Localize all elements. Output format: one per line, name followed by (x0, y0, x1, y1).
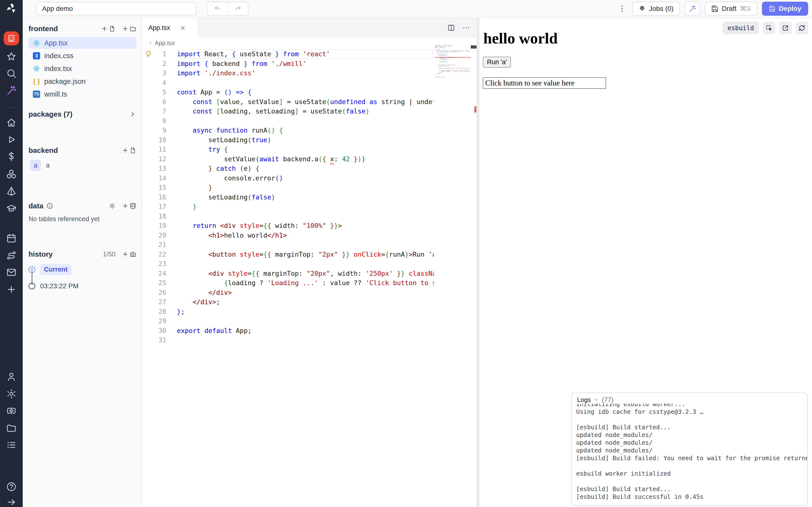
code-line-18[interactable]: 18 (142, 212, 434, 221)
backend-item-a[interactable]: a a (29, 160, 136, 171)
add-snapshot-button[interactable] (122, 251, 136, 258)
code-line-4[interactable]: 4 (142, 78, 434, 88)
ai-wand-icon[interactable] (6, 85, 17, 96)
help-icon[interactable] (6, 482, 17, 492)
file-item-index-css[interactable]: 3index.css (29, 50, 136, 62)
code-line-22[interactable]: 22 <button style={{ marginTop: "2px" }} … (142, 249, 434, 259)
code-line-14[interactable]: 14 console.error() (142, 173, 434, 183)
file-item-index-tsx[interactable]: index.tsx (29, 63, 136, 74)
code-line-6[interactable]: 6 const [value, setValue] = useState(und… (142, 97, 434, 107)
code-line-24[interactable]: 24 <div style={{ marginTop: "20px", widt… (142, 269, 434, 278)
plus-icon (122, 147, 129, 154)
code-line-3[interactable]: 3import './index.css' (142, 68, 434, 78)
code-line-17[interactable]: 17 } (142, 202, 434, 212)
learn-graduation-cap-icon[interactable] (6, 203, 17, 214)
logs-scroll-area[interactable]: Initializing esbuild worker...Using idb … (572, 404, 807, 505)
settings-gear-icon[interactable] (6, 388, 17, 399)
code-line-10[interactable]: 10 setLoading(true) (142, 135, 434, 145)
redo-button[interactable] (227, 2, 248, 15)
code-line-2[interactable]: 2import { backend } from './wmill' (142, 59, 434, 68)
code-line-27[interactable]: 27 </div>; (142, 297, 434, 307)
split-editor-icon[interactable] (447, 24, 455, 32)
code-line-9[interactable]: 9 async function runA() { (142, 125, 434, 135)
code-line-31[interactable]: 31 (142, 335, 434, 345)
building-icon (7, 34, 16, 43)
user-icon[interactable] (6, 371, 17, 382)
log-line: updated node_modules/ (576, 439, 807, 447)
jobs-button[interactable]: Jobs (0) (632, 2, 680, 16)
code-area[interactable]: 1import React, { useState } from 'react'… (142, 48, 476, 507)
file-item-App-tsx[interactable]: App.tsx (29, 37, 136, 49)
variables-dollar-icon[interactable] (6, 151, 17, 162)
code-line-15[interactable]: 15 } (142, 183, 434, 192)
close-tab-icon[interactable] (180, 25, 186, 31)
add-plus-icon[interactable] (6, 284, 17, 295)
code-line-11[interactable]: 11 try { (142, 145, 434, 154)
minimap[interactable]: import React, { useState } from 'react'i… (435, 45, 471, 79)
file-item-package-json[interactable]: { }package.json (29, 75, 136, 87)
code-line-8[interactable]: 8 (142, 116, 434, 126)
schedules-calendar-icon[interactable] (6, 233, 17, 243)
code-line-25[interactable]: 25 {loading ? 'Loading ...' : value ?? '… (142, 278, 434, 288)
favorites-star-icon[interactable] (6, 51, 17, 62)
windmill-logo-icon[interactable] (6, 3, 17, 14)
draft-button[interactable]: Draft ⌘S (705, 2, 757, 16)
camera-icon (130, 251, 136, 258)
history-entry-current[interactable]: Current (29, 264, 136, 275)
code-line-30[interactable]: 30export default App; (142, 326, 434, 336)
app-name-input[interactable] (36, 2, 196, 15)
code-line-19[interactable]: 19 return <div style={{ width: "100%" }}… (142, 221, 434, 231)
open-in-new-tab-button[interactable] (779, 22, 792, 34)
history-entry-timestamp[interactable]: 03:23:22 PM (29, 282, 136, 290)
resources-cubes-icon[interactable] (6, 169, 17, 179)
runs-play-icon[interactable] (6, 134, 17, 145)
add-file-button[interactable] (101, 25, 115, 32)
add-folder-button[interactable] (122, 25, 136, 32)
flows-route-icon[interactable] (6, 250, 17, 261)
code-line-12[interactable]: 12 setValue(await backend.a({ x: 42 })) (142, 154, 434, 164)
panel-resize-handle[interactable] (476, 18, 479, 507)
triggers-pyramid-icon[interactable] (6, 186, 17, 196)
inspect-element-button[interactable] (763, 22, 775, 34)
more-menu-button[interactable] (618, 4, 626, 13)
code-line-16[interactable]: 16 setLoading(false) (142, 192, 434, 202)
code-line-7[interactable]: 7 const [loading, setLoading] = useState… (142, 107, 434, 116)
home-icon[interactable] (6, 117, 17, 128)
expand-arrow-right-icon[interactable] (6, 497, 17, 507)
data-settings-button[interactable] (109, 203, 115, 209)
breadcrumb[interactable]: App.tsx (142, 38, 476, 48)
code-line-20[interactable]: 20 <h1>hello world</h1> (142, 231, 434, 240)
info-icon[interactable] (46, 203, 53, 209)
code-line-1[interactable]: 1import React, { useState } from 'react' (142, 49, 434, 59)
refresh-preview-button[interactable] (796, 22, 808, 34)
deploy-button[interactable]: Deploy (762, 2, 808, 16)
audit-list-icon[interactable] (6, 440, 17, 450)
code-line-13[interactable]: 13 } catch (e) { (142, 164, 434, 173)
folders-icon[interactable] (6, 422, 17, 433)
logs-title[interactable]: Logs (577, 396, 591, 404)
tab-app-tsx[interactable]: App.tsx (142, 18, 199, 38)
code-line-23[interactable]: 23 (142, 259, 434, 269)
top-bar: Jobs (0) Draft ⌘S Deploy (23, 0, 812, 18)
editor-more-icon[interactable] (462, 24, 470, 32)
add-backend-file-button[interactable] (122, 147, 136, 154)
current-chip[interactable]: Current (40, 264, 71, 275)
search-icon[interactable] (6, 68, 17, 79)
chevron-right-icon[interactable] (129, 111, 136, 118)
chevron-down-icon[interactable] (594, 397, 599, 402)
add-table-button[interactable] (122, 203, 136, 209)
workers-gear-box-icon[interactable] (6, 405, 17, 416)
code-line-26[interactable]: 26 </div> (142, 288, 434, 297)
code-line-21[interactable]: 21 (142, 240, 434, 249)
undo-button[interactable] (207, 2, 227, 15)
mail-icon[interactable] (6, 267, 17, 278)
code-line-5[interactable]: 5const App = () => { (142, 88, 434, 97)
lightbulb-icon[interactable] (145, 50, 152, 58)
code-line-29[interactable]: 29 (142, 316, 434, 326)
minimap-slider[interactable] (471, 45, 477, 49)
run-a-button[interactable]: Run 'a' (483, 57, 511, 68)
file-item-wmill-ts[interactable]: TSwmill.ts (29, 89, 136, 100)
code-line-28[interactable]: 28}; (142, 307, 434, 317)
workspace-switcher[interactable] (4, 32, 19, 45)
ai-assistant-button[interactable] (684, 2, 700, 16)
